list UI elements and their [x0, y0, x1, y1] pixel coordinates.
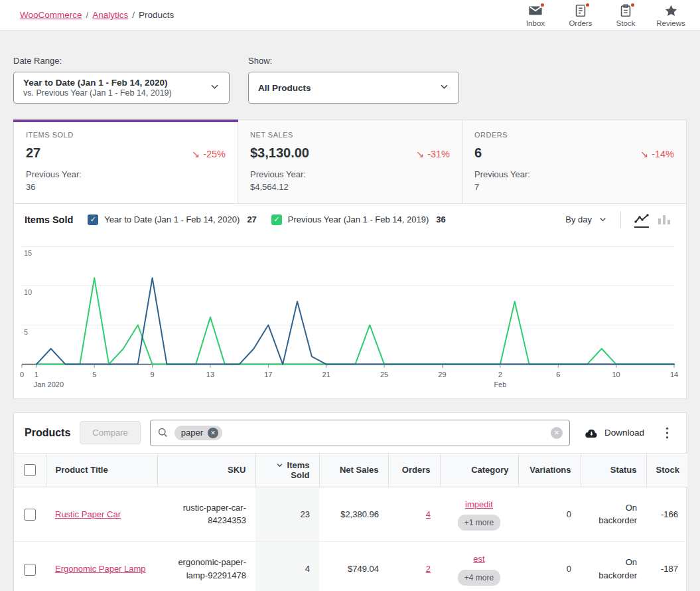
legend-checkbox-checked[interactable]: ✓: [271, 214, 282, 225]
table-menu-button[interactable]: [659, 424, 675, 442]
summary-card-net-sales[interactable]: NET SALES $3,130.00 ↘-31% Previous Year:…: [238, 120, 462, 203]
products-table: Product Title SKU Items Sold Net Sales O…: [14, 453, 687, 591]
orders-link[interactable]: 4: [426, 509, 431, 519]
chip-label: paper: [181, 428, 203, 438]
summary-previous: Previous Year: $4,564.12: [250, 169, 450, 194]
legend-item-current-period[interactable]: ✓ Year to Date (Jan 1 - Feb 14, 2020) 27: [88, 214, 257, 225]
table-row: Ergonomic Paper Lamp ergonomic-paper-lam…: [14, 542, 687, 591]
summary-card-items-sold[interactable]: ITEMS SOLD 27 ↘-25% Previous Year: 36: [14, 120, 238, 203]
svg-text:Feb: Feb: [494, 380, 506, 388]
net-sales-cell: $749.04: [319, 542, 388, 591]
products-panel: Products Compare paper ✕ ✕ Download: [13, 412, 687, 591]
show-select[interactable]: All Products: [248, 72, 459, 104]
date-range-label: Date Range:: [13, 56, 230, 66]
bar-chart-type-button[interactable]: [653, 211, 675, 228]
clear-search-icon[interactable]: ✕: [551, 427, 563, 439]
stock-cell: -187: [646, 542, 687, 591]
category-link[interactable]: est: [473, 554, 484, 564]
trend-down-icon: ↘: [416, 149, 424, 159]
column-header-orders[interactable]: Orders: [388, 453, 440, 487]
kebab-menu-icon: [665, 426, 669, 440]
legend-label: Year to Date (Jan 1 - Feb 14, 2020): [104, 214, 240, 224]
variations-cell: 0: [518, 487, 581, 542]
legend-total: 27: [247, 214, 256, 224]
products-search-box[interactable]: paper ✕ ✕: [150, 420, 570, 446]
product-link[interactable]: Ergonomic Paper Lamp: [55, 564, 146, 574]
legend-checkbox-checked[interactable]: ✓: [88, 214, 98, 225]
unread-badge-dot: [630, 2, 636, 8]
summary-previous: Previous Year: 36: [26, 169, 226, 194]
column-header-stock[interactable]: Stock: [646, 453, 687, 487]
category-link[interactable]: impedit: [465, 499, 493, 509]
interval-select[interactable]: By day: [561, 212, 611, 227]
more-categories-badge[interactable]: +1 more: [458, 515, 500, 531]
svg-text:9: 9: [151, 370, 155, 378]
previous-label: Previous Year:: [250, 169, 450, 181]
items-sold-chart: 5101501Jan 20205913172125292Feb61014: [18, 236, 682, 395]
chart-controls: By day: [561, 211, 675, 228]
products-header: Products Compare paper ✕ ✕ Download: [14, 413, 686, 453]
svg-text:10: 10: [612, 370, 620, 378]
product-link[interactable]: Rustic Paper Car: [55, 509, 121, 519]
svg-text:0: 0: [20, 370, 24, 378]
table-header-row: Product Title SKU Items Sold Net Sales O…: [14, 453, 687, 487]
sort-desc-icon: [276, 462, 283, 469]
svg-text:29: 29: [438, 370, 446, 378]
activity-tab-orders[interactable]: Orders: [558, 1, 603, 29]
select-all-checkbox[interactable]: [24, 464, 36, 476]
sku-cell: ergonomic-paper-lamp-92291478: [157, 542, 255, 591]
breadcrumb-woocommerce-link[interactable]: WooCommerce: [20, 10, 82, 20]
column-header-sku[interactable]: SKU: [157, 453, 255, 487]
svg-text:10: 10: [24, 288, 32, 296]
remove-chip-icon[interactable]: ✕: [208, 428, 218, 438]
orders-link[interactable]: 2: [426, 564, 431, 574]
chart-header: Items Sold ✓ Year to Date (Jan 1 - Feb 1…: [14, 204, 686, 236]
reviews-icon: [663, 3, 679, 18]
more-categories-badge[interactable]: +4 more: [458, 570, 500, 586]
date-range-select[interactable]: Year to Date (Jan 1 - Feb 14, 2020) vs. …: [13, 72, 230, 104]
legend-total: 36: [436, 214, 445, 224]
summary-card-orders[interactable]: ORDERS 6 ↘-14% Previous Year: 7: [462, 120, 686, 203]
date-range-secondary: vs. Previous Year (Jan 1 - Feb 14, 2019): [23, 88, 172, 98]
chevron-down-icon: [210, 82, 220, 94]
trend-down-icon: ↘: [192, 149, 200, 159]
activity-tab-reviews[interactable]: Reviews: [648, 1, 693, 29]
previous-value: 7: [474, 181, 674, 194]
column-header-variations[interactable]: Variations: [518, 453, 581, 487]
summary-delta: ↘-14%: [640, 149, 674, 159]
row-checkbox[interactable]: [24, 509, 36, 521]
unread-badge-dot: [539, 2, 545, 8]
legend-item-previous-period[interactable]: ✓ Previous Year (Jan 1 - Feb 14, 2019) 3…: [271, 214, 446, 225]
previous-value: $4,564.12: [250, 181, 450, 194]
cloud-download-icon: [585, 427, 598, 438]
show-filter: Show: All Products: [248, 56, 459, 104]
line-chart-type-button[interactable]: [630, 211, 653, 228]
row-checkbox[interactable]: [24, 564, 36, 576]
activity-tab-label: Inbox: [526, 19, 545, 27]
svg-text:15: 15: [24, 249, 32, 257]
column-header-net-sales[interactable]: Net Sales: [319, 453, 388, 487]
summary-cards: ITEMS SOLD 27 ↘-25% Previous Year: 36 NE…: [14, 120, 686, 204]
status-cell: On backorder: [581, 487, 646, 542]
svg-text:6: 6: [556, 370, 560, 378]
column-header-items-sold[interactable]: Items Sold: [255, 453, 319, 487]
svg-text:14: 14: [670, 370, 678, 378]
breadcrumb-analytics-link[interactable]: Analytics: [92, 10, 128, 20]
column-header-product-title[interactable]: Product Title: [46, 453, 157, 487]
column-header-status[interactable]: Status: [581, 453, 646, 487]
select-all-header[interactable]: [14, 453, 46, 487]
search-icon: [157, 427, 169, 438]
activity-tab-inbox[interactable]: Inbox: [513, 1, 558, 29]
download-button[interactable]: Download: [579, 423, 650, 442]
column-header-category[interactable]: Category: [440, 453, 518, 487]
search-input[interactable]: [228, 428, 545, 438]
summary-value: 27: [26, 145, 40, 161]
divider: [620, 211, 621, 228]
legend-label: Previous Year (Jan 1 - Feb 14, 2019): [288, 214, 429, 224]
svg-text:25: 25: [380, 370, 388, 378]
activity-tab-stock[interactable]: Stock: [603, 1, 648, 29]
summary-value: $3,130.00: [250, 145, 309, 161]
unread-badge-dot: [585, 2, 591, 8]
breadcrumb-separator: /: [132, 10, 135, 20]
previous-label: Previous Year:: [474, 169, 674, 181]
